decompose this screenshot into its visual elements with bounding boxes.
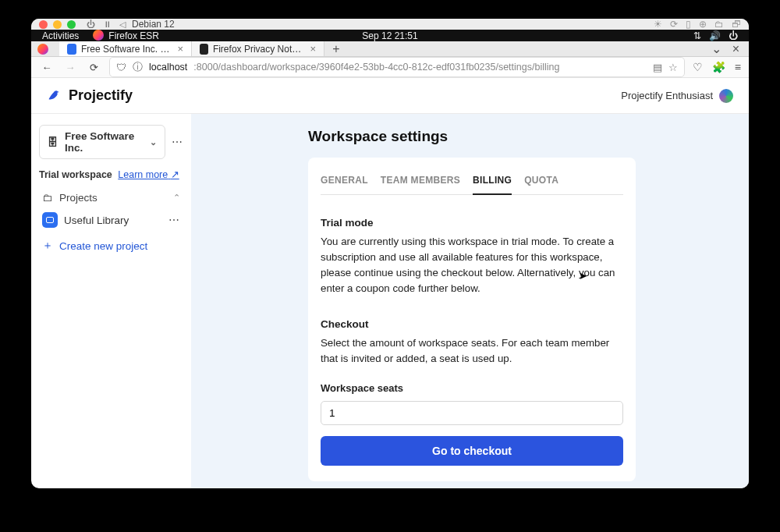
window-traffic-lights bbox=[39, 20, 76, 29]
gnome-top-bar: Activities Firefox ESR Sep 12 21:51 ⇅ 🔊 … bbox=[31, 30, 749, 41]
browser-tab-strip: Free Software Inc. billing × Firefox Pri… bbox=[31, 41, 749, 57]
brightness-icon: ☀ bbox=[654, 19, 662, 30]
os-titlebar: ⏻ ⏸ ◁ Debian 12 ☀ ⟳ ▯ ⊕ 🗀 🗗 bbox=[31, 19, 749, 30]
minimize-window-icon[interactable] bbox=[53, 20, 62, 29]
sidebar-project-item[interactable]: Useful Library ⋯ bbox=[39, 207, 183, 232]
browser-tab[interactable]: Free Software Inc. billing × bbox=[59, 41, 192, 56]
sidebar: 🗄 Free Software Inc. ⌄ ⋯ Trial workspace… bbox=[31, 114, 191, 488]
app-logo[interactable]: Projectify bbox=[47, 87, 133, 104]
url-host: localhost bbox=[149, 62, 187, 73]
workspace-picker[interactable]: 🗄 Free Software Inc. ⌄ bbox=[39, 125, 165, 159]
tab-close-icon[interactable]: × bbox=[177, 43, 183, 55]
workspace-name: Free Software Inc. bbox=[65, 130, 144, 154]
new-tab-button[interactable]: + bbox=[324, 41, 348, 56]
browser-tab[interactable]: Firefox Privacy Notice — … × bbox=[192, 41, 324, 56]
tab-close-icon[interactable]: × bbox=[310, 43, 316, 55]
tab-general[interactable]: GENERAL bbox=[321, 168, 368, 194]
settings-tabs: GENERAL TEAM MEMBERS BILLING QUOTA bbox=[321, 168, 623, 195]
tab-favicon-icon bbox=[67, 44, 76, 55]
reload-icon: ⟳ bbox=[670, 19, 678, 30]
nav-back-button[interactable]: ← bbox=[39, 62, 55, 73]
go-to-checkout-button[interactable]: Go to checkout bbox=[321, 436, 623, 466]
folder-icon: 🗀 bbox=[42, 192, 53, 204]
external-link-icon: ↗ bbox=[171, 169, 179, 180]
trial-heading: Trial mode bbox=[321, 215, 623, 231]
tab-dropdown-icon[interactable]: ⌄ bbox=[711, 41, 722, 56]
seats-label: Workspace seats bbox=[321, 381, 623, 396]
project-name: Useful Library bbox=[64, 215, 129, 226]
extensions-icon[interactable]: 🧩 bbox=[712, 61, 725, 73]
hamburger-menu-icon[interactable]: ≡ bbox=[735, 61, 741, 73]
briefcase-icon: 🗄 bbox=[48, 137, 58, 148]
reader-icon[interactable]: ▤ bbox=[653, 62, 662, 73]
url-path: :8000/dashboard/workspace/3960f4e2-53bb-… bbox=[193, 62, 559, 73]
project-more-button[interactable]: ⋯ bbox=[168, 214, 180, 226]
back-icon: ◁ bbox=[119, 20, 126, 30]
seats-input[interactable] bbox=[321, 401, 623, 425]
page-title: Workspace settings bbox=[308, 128, 718, 145]
maximize-window-icon[interactable] bbox=[67, 20, 76, 29]
close-window-icon[interactable] bbox=[39, 20, 48, 29]
content-area: Workspace settings GENERAL TEAM MEMBERS … bbox=[191, 114, 749, 488]
nav-reload-button[interactable]: ⟳ bbox=[86, 62, 101, 73]
globe-icon: ⊕ bbox=[699, 19, 707, 30]
user-label[interactable]: Projectify Enthusiast bbox=[621, 90, 713, 101]
settings-card: GENERAL TEAM MEMBERS BILLING QUOTA Trial… bbox=[308, 158, 636, 481]
checkout-section: Checkout Select the amount of workspace … bbox=[321, 317, 623, 466]
trial-body: You are currently using this workspace i… bbox=[321, 234, 623, 296]
trial-notice: Trial workspace Learn more ↗ bbox=[39, 168, 183, 180]
bookmark-icon[interactable]: ☆ bbox=[668, 62, 678, 73]
gnome-active-app[interactable]: Firefox ESR bbox=[93, 30, 159, 41]
tab-title: Free Software Inc. billing bbox=[81, 44, 169, 55]
sidebar-projects-label: Projects bbox=[59, 192, 98, 204]
network-icon[interactable]: ⇅ bbox=[693, 30, 701, 41]
app-brand-label: Projectify bbox=[69, 87, 133, 104]
tab-quota[interactable]: QUOTA bbox=[524, 168, 558, 194]
plus-icon: ＋ bbox=[42, 239, 53, 253]
workspace-more-button[interactable]: ⋯ bbox=[172, 136, 183, 148]
projectify-bird-icon bbox=[47, 88, 62, 104]
firefox-menu-icon[interactable] bbox=[31, 41, 59, 56]
app-header: Projectify Projectify Enthusiast bbox=[31, 78, 749, 114]
chevron-up-icon: ⌃ bbox=[173, 193, 180, 203]
browser-url-bar: ← → ⟳ 🛡 ⓘ localhost:8000/dashboard/works… bbox=[31, 57, 749, 78]
gnome-activities[interactable]: Activities bbox=[42, 30, 79, 41]
gnome-clock[interactable]: Sep 12 21:51 bbox=[362, 30, 417, 41]
tab-favicon-icon bbox=[200, 44, 208, 55]
pause-icon: ⏸ bbox=[103, 20, 112, 30]
device-icon: ▯ bbox=[686, 19, 691, 30]
avatar[interactable] bbox=[719, 89, 733, 103]
checkout-heading: Checkout bbox=[321, 317, 623, 332]
create-project-button[interactable]: ＋ Create new project bbox=[39, 232, 183, 259]
gnome-power-icon[interactable]: ⏻ bbox=[729, 30, 738, 41]
tab-team-members[interactable]: TEAM MEMBERS bbox=[381, 168, 460, 194]
windows-icon: 🗗 bbox=[732, 19, 741, 30]
checkout-body: Select the amount of workspace seats. Fo… bbox=[321, 335, 623, 367]
sidebar-projects-header[interactable]: 🗀 Projects ⌃ bbox=[39, 188, 183, 207]
firefox-icon bbox=[93, 30, 104, 41]
tab-title: Firefox Privacy Notice — … bbox=[213, 44, 303, 55]
project-icon bbox=[42, 212, 58, 228]
folder-icon: 🗀 bbox=[714, 19, 724, 30]
trial-section: Trial mode You are currently using this … bbox=[321, 215, 623, 296]
browser-close-icon[interactable]: × bbox=[732, 42, 739, 56]
learn-more-link[interactable]: Learn more ↗ bbox=[118, 169, 179, 180]
chevron-down-icon: ⌄ bbox=[150, 137, 157, 147]
power-icon: ⏻ bbox=[87, 20, 95, 30]
tab-billing[interactable]: BILLING bbox=[473, 168, 512, 195]
volume-icon[interactable]: 🔊 bbox=[709, 30, 721, 41]
pocket-icon[interactable]: ♡ bbox=[693, 61, 703, 73]
shield-icon[interactable]: 🛡 bbox=[116, 62, 126, 73]
url-input[interactable]: 🛡 ⓘ localhost:8000/dashboard/workspace/3… bbox=[109, 57, 685, 77]
os-distro-label: Debian 12 bbox=[132, 19, 175, 30]
lock-icon[interactable]: ⓘ bbox=[133, 60, 143, 74]
nav-forward-button: → bbox=[62, 62, 78, 73]
